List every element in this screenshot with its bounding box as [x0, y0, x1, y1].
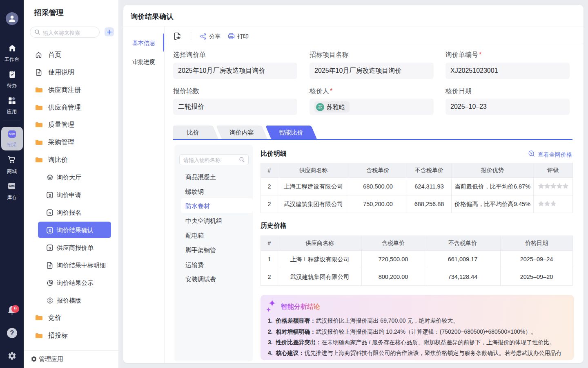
- svg-text:¥: ¥: [530, 151, 532, 155]
- svg-text:?: ?: [10, 330, 14, 337]
- svg-text:S: S: [49, 193, 51, 197]
- svg-text:S: S: [49, 211, 51, 215]
- svg-text:S: S: [49, 246, 51, 250]
- svg-text:S: S: [49, 228, 51, 232]
